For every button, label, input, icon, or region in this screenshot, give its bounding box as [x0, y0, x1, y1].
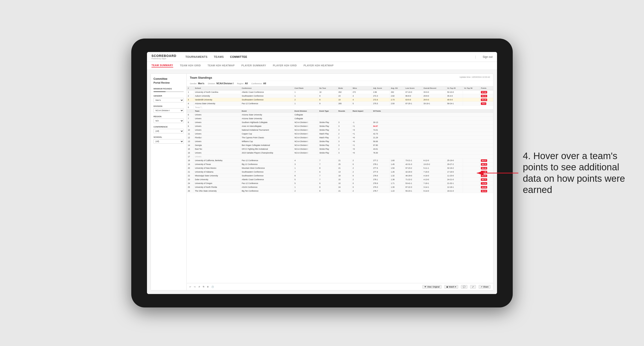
cell-type: Stroke Play — [318, 144, 337, 147]
clock-button[interactable]: 🕐 — [212, 286, 214, 288]
tab-player-h2h-grid[interactable]: PLAYER H2H GRID — [273, 64, 297, 67]
school-select[interactable]: (All) — [154, 139, 184, 144]
tab-player-summary[interactable]: PLAYER SUMMARY — [242, 64, 266, 67]
col-points: Points — [480, 86, 493, 90]
watch-button[interactable]: ◉ Watch ▾ — [444, 285, 458, 289]
watch-label: Watch — [449, 286, 454, 288]
view-original-button[interactable]: 👁 View: Original — [422, 285, 442, 289]
cell-no-tour: 10 — [318, 90, 337, 94]
cell-overall: 29-8-0 — [422, 94, 446, 98]
cell-school: University of North Florida — [194, 185, 240, 189]
cell-vs25: 32-19-2 — [446, 166, 463, 170]
cell-low-score: 55-23-1 — [404, 189, 422, 193]
cell-low-score: 87-25-1 — [404, 102, 422, 106]
cell-vs25: 45-5-0 — [446, 98, 463, 102]
cell-rounds: 3 — [337, 151, 352, 155]
cell-avg-sg: 1.45 — [390, 163, 404, 166]
undo-button[interactable]: ↩ — [190, 286, 191, 288]
nav-tournaments[interactable]: TOURNAMENTS — [185, 55, 208, 58]
cell-adj-score: 277.9 — [372, 170, 390, 174]
settings-button[interactable]: ⚙ — [207, 286, 209, 288]
cell-rank: 18 — [187, 159, 194, 163]
cell-school: Duke University — [194, 178, 240, 181]
cell-points[interactable]: 88.71 — [480, 178, 493, 181]
cell-conf-rank: 1 — [293, 94, 318, 98]
expand-button[interactable]: ⤢ — [470, 285, 476, 289]
portal-container: Committee Portal Review Minimum Rounds G — [147, 70, 497, 294]
copy-button[interactable]: ⧉ — [203, 286, 204, 288]
cell-points[interactable]: 88.70 — [480, 163, 493, 166]
cell-points[interactable]: 88.07 — [480, 159, 493, 163]
tooltip-col-rank: Rank Impact — [352, 109, 372, 113]
table-row: 11 Univers Copper Cup NCAA Division I Ma… — [187, 132, 493, 136]
cell-school: Univers — [194, 155, 493, 159]
table-row: 1 University of North Carolina Atlantic … — [187, 90, 493, 94]
tooltip-col-div: Event Division — [293, 109, 318, 113]
cell-points[interactable]: 74.54 — [480, 181, 493, 185]
cell-low-score: 53-41-1 — [404, 181, 422, 185]
cell-type: Stroke Play — [318, 128, 337, 132]
cell-wins: 0 — [352, 163, 372, 166]
comment-button[interactable]: 💬 — [461, 285, 468, 289]
cell-rank: 13 — [187, 140, 194, 144]
table-row: 15 East Tec OFCC Fighting Illini Invitat… — [187, 147, 493, 151]
cell-div: NCAA Division I — [293, 121, 318, 124]
nav-committee[interactable]: COMMITTEE — [230, 55, 247, 58]
table-row: 4 Arizona State University Pac-12 Confer… — [187, 102, 493, 106]
table-row: 19 University of Texas Big 12 Conference… — [187, 163, 493, 166]
redo-button[interactable]: ↪ — [194, 286, 196, 288]
gender-select[interactable]: Men's — [154, 98, 184, 102]
tab-player-h2h-heatmap[interactable]: PLAYER H2H HEATMAP — [304, 64, 334, 67]
table-row: 8 Univers Southern Highlands Collegiate … — [187, 121, 493, 124]
min-rounds-slider[interactable] — [154, 91, 184, 92]
cell-overall: 5-11-1 — [422, 166, 446, 170]
cell-type: Stroke Play — [318, 147, 337, 151]
cell-avg-sg: 1.32 — [390, 174, 404, 178]
nav-divider: | — [475, 55, 476, 59]
gender-label: Gender — [154, 95, 184, 97]
tab-team-h2h-grid[interactable]: TEAM H2H GRID — [180, 64, 201, 67]
nav-items: TOURNAMENTS TEAMS COMMITTEE — [185, 55, 468, 58]
reset-button[interactable]: ↺ — [198, 286, 200, 288]
cell-type: Stroke Play — [318, 121, 337, 124]
tablet-device: SCOREBOARD Powered by clippd TOURNAMENTS… — [131, 38, 513, 308]
cell-school: Vanderbilt University — [194, 98, 240, 102]
filter-conference: Conference (All) — [154, 126, 184, 133]
cell-school: University of New Mexico — [194, 166, 240, 170]
cell-rounds: 3 — [337, 124, 352, 128]
tooltip-col-wpoints: W Points — [372, 109, 493, 113]
cell-adj-score: 2.86 — [372, 90, 390, 94]
main-content: Committee Portal Review Minimum Rounds G — [147, 70, 497, 294]
cell-rounds: 3 — [337, 121, 352, 124]
nav-teams[interactable]: TEAMS — [214, 55, 224, 58]
cell-points[interactable]: 90.20 — [480, 98, 493, 102]
cell-vs25: 50-10-0 — [446, 90, 463, 94]
cell-rank-imp: +1 — [352, 132, 372, 136]
cell-no-tour: 6 — [318, 181, 337, 185]
table-row: 14 Georgia Ben Hogan Collegiate Invitati… — [187, 144, 493, 147]
cell-div: NCAA Division I — [293, 140, 318, 144]
share-button[interactable]: ↗ Share — [478, 285, 490, 289]
cell-vs50 — [463, 98, 480, 102]
cell-school: University of Texas — [194, 163, 240, 166]
cell-wpoints: 56.66 — [372, 140, 493, 144]
cell-points[interactable]: 80.94 — [480, 189, 493, 193]
cell-school: University of North Carolina — [194, 90, 240, 94]
cell-points[interactable]: 83.89 — [480, 185, 493, 189]
region-select[interactable]: N/A — [154, 119, 184, 123]
cell-overall: 7-15-0 — [422, 170, 446, 174]
min-rounds-label: Minimum Rounds — [154, 88, 184, 90]
conference-select[interactable]: (All) — [154, 129, 184, 133]
division-select[interactable]: NCAA Division I — [154, 108, 184, 113]
tab-team-summary[interactable]: TEAM SUMMARY — [152, 64, 173, 67]
cell-points[interactable]: 79.5 — [480, 102, 493, 106]
cell-overall: 9-14-0 — [422, 189, 446, 193]
cell-conf-rank: 1 — [293, 90, 318, 94]
cell-points[interactable]: 93.31 — [480, 94, 493, 98]
cell-rank: 22 — [187, 174, 194, 178]
sign-out-button[interactable]: Sign out — [483, 55, 492, 58]
cell-rank-imp: +0 — [352, 136, 372, 140]
cell-points[interactable]: 97.02 — [480, 90, 493, 94]
tab-team-h2h-heatmap[interactable]: TEAM H2H HEATMAP — [208, 64, 235, 67]
cell-school: East Tec — [194, 147, 240, 151]
